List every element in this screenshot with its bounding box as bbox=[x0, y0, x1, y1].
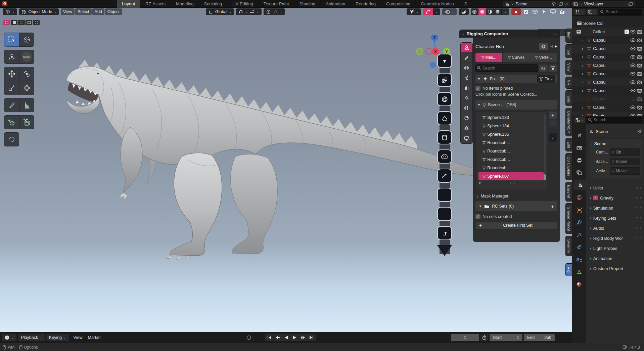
property-panel-header[interactable]: › ✓ Rigid Body Wor ∷∷ bbox=[588, 233, 642, 243]
list-remove-button[interactable]: − bbox=[549, 120, 557, 127]
mesh-list-item[interactable]: ▽ Sphere.007 bbox=[478, 172, 544, 180]
workspace-tab[interactable]: Shading bbox=[294, 0, 321, 8]
property-panel-header[interactable]: › ✓ Animation ∷∷ bbox=[588, 253, 642, 263]
rail-tab-settings[interactable] bbox=[461, 123, 472, 133]
sidebar-tab[interactable]: Item bbox=[565, 29, 572, 43]
sidebar-tab[interactable]: Tool bbox=[565, 44, 572, 58]
eye-icon[interactable] bbox=[630, 89, 636, 92]
list-add-button[interactable]: + bbox=[549, 112, 557, 119]
sidebar-tab[interactable]: VR bbox=[565, 77, 572, 89]
outliner-row[interactable]: › ▽ Capsu ✓ ◡ bbox=[572, 36, 644, 44]
editor-type-button[interactable]: ⌄ bbox=[3, 8, 17, 15]
tab-constraints[interactable] bbox=[572, 255, 586, 265]
tool-transform[interactable] bbox=[4, 50, 19, 64]
eye-icon[interactable] bbox=[630, 47, 636, 50]
new-scene-icon[interactable] bbox=[558, 1, 563, 7]
strip-return-button[interactable] bbox=[437, 226, 452, 240]
outliner-display-mode-button[interactable]: ⌄ bbox=[587, 9, 597, 15]
tab-material[interactable] bbox=[572, 279, 586, 290]
outliner-row[interactable]: › ▽ Capsu ✓ ◡ bbox=[572, 78, 644, 86]
shading-dropdown[interactable]: ⌄ bbox=[502, 8, 509, 15]
strip-dropdown-button[interactable]: ▼ bbox=[437, 54, 452, 68]
property-panel-header[interactable]: › ✓ Gravity ∷∷ bbox=[588, 193, 642, 203]
panel-grip[interactable]: ∷∷ bbox=[552, 32, 557, 36]
rc-sets-add-icon[interactable]: + bbox=[551, 204, 554, 209]
cursor-toggle-icon[interactable] bbox=[541, 9, 547, 15]
show-overlays-button[interactable]: ⌄ bbox=[442, 8, 457, 15]
strip-blank-button-2[interactable] bbox=[437, 207, 452, 221]
mesh-list-item[interactable]: ▽ Roundcub... bbox=[478, 164, 544, 172]
eye-icon[interactable] bbox=[630, 105, 636, 109]
xray-toggle-button[interactable] bbox=[459, 8, 469, 15]
rail-tab-shapes[interactable] bbox=[461, 83, 472, 93]
rail-tab-capture[interactable] bbox=[461, 133, 472, 143]
mesh-list-item[interactable]: ▽ Sphere.135 bbox=[478, 130, 544, 138]
eye-icon[interactable] bbox=[630, 38, 636, 42]
sidebar-tab[interactable]: Grease Pencil bbox=[565, 203, 572, 234]
property-panel-header[interactable]: › ✓ Units ∷∷ bbox=[588, 183, 642, 193]
scene-widget[interactable]: ⌄ Scene ✕ bbox=[503, 1, 570, 7]
tool-cut[interactable] bbox=[19, 115, 34, 129]
create-first-set-button[interactable]: + Create First Set bbox=[475, 221, 557, 229]
menu-item[interactable] bbox=[7, 0, 16, 8]
gizmo-dropdown[interactable]: ⌄ bbox=[433, 8, 441, 15]
mesh-list-item[interactable]: ▽ Roundcub... bbox=[478, 147, 544, 155]
outliner-row[interactable]: › ▽ Capsu ✓ ◡ bbox=[572, 61, 644, 70]
workspace-tab[interactable]: Compositing bbox=[381, 0, 416, 8]
eye-icon[interactable] bbox=[630, 55, 636, 59]
outliner-row[interactable]: › ▽ Scene Col ✓ ◡ bbox=[572, 19, 644, 28]
outliner-editor-type-button[interactable]: ⌄ bbox=[574, 9, 585, 15]
outliner-row[interactable]: › ▽ Collec ✓ ◡ bbox=[572, 28, 644, 36]
viewport-menu-item[interactable]: Object bbox=[105, 8, 122, 15]
outliner-search-input[interactable] bbox=[599, 9, 642, 15]
tab-object[interactable] bbox=[572, 205, 586, 215]
sidebar-tab[interactable]: Easyref bbox=[565, 182, 572, 202]
camera-restriction-icon[interactable] bbox=[637, 97, 642, 101]
tab-particles[interactable] bbox=[572, 230, 586, 240]
select-mode-circle[interactable] bbox=[18, 20, 25, 25]
workspace-tab[interactable]: Sculpting bbox=[199, 0, 227, 8]
sidebar-tab[interactable]: Op Capture bbox=[565, 153, 572, 180]
properties-editor-type-button[interactable]: ⌄ bbox=[574, 117, 585, 123]
hub-prev-icon[interactable]: ◀ bbox=[550, 45, 553, 48]
play-button[interactable] bbox=[290, 334, 299, 341]
rail-tab-character[interactable] bbox=[461, 43, 472, 53]
monitor-toggle-icon[interactable] bbox=[550, 9, 556, 15]
timeline-menu-item[interactable]: View bbox=[71, 335, 85, 340]
rail-tab-curves[interactable] bbox=[461, 93, 472, 103]
outliner-row[interactable]: › ▽ Capsu ✓ ◡ bbox=[572, 103, 644, 112]
property-panel-header[interactable]: › ✓ Light Probes ∷∷ bbox=[588, 243, 642, 253]
camera-restriction-icon[interactable] bbox=[637, 30, 642, 34]
timeline-menu-dropdown[interactable]: Keying⌄ bbox=[46, 334, 69, 341]
rigging-search-input[interactable] bbox=[475, 64, 538, 72]
field-value-button[interactable]: ▽ Movie bbox=[610, 167, 640, 175]
shading-solid-button[interactable] bbox=[478, 8, 486, 15]
tab-object-data[interactable] bbox=[572, 267, 586, 277]
jump-to-end-button[interactable] bbox=[307, 334, 316, 341]
menu-item[interactable] bbox=[34, 0, 42, 8]
scene-collection-header[interactable]: ▼ ▽ Scene ... (158) bbox=[475, 100, 557, 109]
new-viewlayer-icon[interactable] bbox=[628, 1, 633, 7]
select-mode-box[interactable] bbox=[11, 20, 17, 25]
viewport-menu-item[interactable]: Select bbox=[75, 8, 92, 15]
menu-item[interactable] bbox=[42, 0, 51, 8]
rc-sets-header[interactable]: ▼ RC Sets (0) + bbox=[475, 201, 557, 211]
rail-tab-tools[interactable] bbox=[461, 103, 472, 113]
tool-scale[interactable] bbox=[4, 81, 19, 95]
sidebar-tab[interactable]: Rig bbox=[565, 263, 572, 276]
scene-panel-header[interactable]: ⌄ Scene ∷∷ bbox=[590, 140, 641, 147]
pinned-section-header[interactable]: ▼ Fo... (0) Ta ⌄ bbox=[475, 75, 557, 83]
workspace-tab[interactable]: Texture Paint bbox=[259, 0, 294, 8]
outliner-row[interactable]: › ▽ Capsu ✓ ◡ bbox=[572, 44, 644, 53]
tab-scene[interactable] bbox=[573, 180, 586, 190]
proportional-edit-group[interactable]: ⌄ bbox=[264, 8, 285, 15]
viewport-menu-item[interactable]: View bbox=[61, 8, 75, 15]
hub-type-tab[interactable]: ▽Mes... bbox=[475, 53, 503, 62]
addon-red-diamond-button[interactable]: ◆ bbox=[511, 8, 521, 15]
property-panel-header[interactable]: › ✓ Keying Sets ∷∷ bbox=[588, 213, 642, 223]
blender-logo-icon[interactable] bbox=[2, 1, 7, 6]
sidebar-tab[interactable]: View bbox=[565, 60, 572, 75]
camera-restriction-icon[interactable] bbox=[637, 89, 642, 93]
select-mode-extra[interactable] bbox=[33, 20, 40, 25]
workspace-tab[interactable]: UV Editing bbox=[227, 0, 258, 8]
